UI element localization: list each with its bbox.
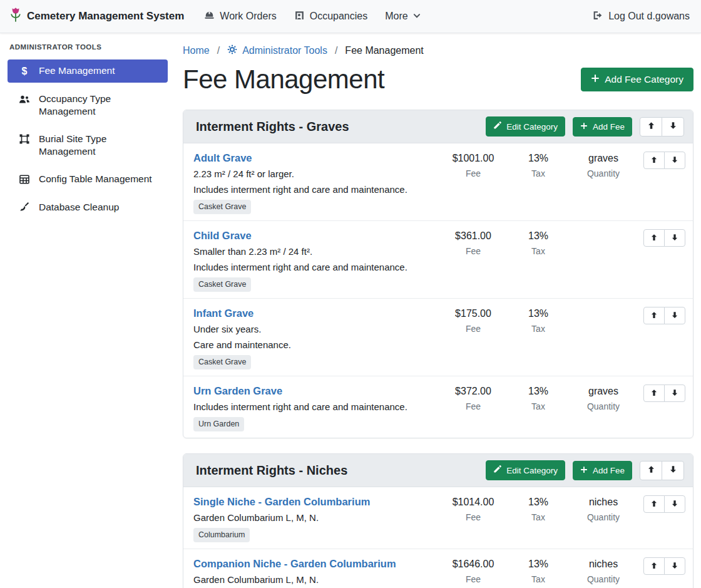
fee-name[interactable]: Infant Grave: [193, 307, 434, 319]
arrow-up-icon: [650, 500, 658, 509]
fee-quantity-col: [571, 229, 636, 233]
sidebar-item-occupancy-type-management[interactable]: Occupancy Type Management: [8, 88, 168, 123]
arrow-up-icon: [647, 121, 655, 132]
fee-amount-col: $175.00 Fee: [441, 307, 506, 334]
move-fee-down-button[interactable]: [664, 384, 685, 402]
nav-work-orders[interactable]: Work Orders: [195, 5, 285, 28]
fee-name[interactable]: Child Grave: [193, 229, 434, 242]
move-category-down-button[interactable]: [662, 117, 684, 137]
fee-tag: Urn Garden: [193, 417, 244, 431]
tax-value: 13%: [506, 496, 571, 508]
category-title: Interment Rights - Niches: [196, 463, 478, 478]
fee-main: Companion Niche - Garden Columbarium Gar…: [193, 557, 441, 588]
tax-label: Tax: [506, 323, 571, 334]
nav-occupancies-label: Occupancies: [310, 11, 368, 22]
app-brand-link[interactable]: Cemetery Management System: [10, 7, 184, 26]
sidebar-item-config-table-management[interactable]: Config Table Management: [8, 168, 168, 191]
sidebar-heading: ADMINISTRATOR TOOLS: [9, 43, 168, 51]
add-fee-button-label: Add Fee: [593, 122, 625, 132]
add-fee-button[interactable]: Add Fee: [573, 461, 632, 480]
fee-reorder-group: [643, 229, 685, 247]
move-category-down-button[interactable]: [662, 461, 684, 480]
breadcrumb-admin-tools-label: Administrator Tools: [242, 45, 327, 56]
category-title: Interment Rights - Graves: [196, 120, 478, 134]
move-fee-up-button[interactable]: [643, 495, 665, 513]
gear-icon: [227, 44, 237, 57]
breadcrumb-admin-tools-link[interactable]: Administrator Tools: [227, 44, 327, 57]
tax-value: 13%: [506, 230, 571, 242]
fee-amount-label: Fee: [441, 245, 506, 257]
fee-descriptions: Garden Columbarium L, M, N.: [193, 574, 434, 585]
fee-reorder-group: [643, 557, 685, 575]
arrow-down-icon: [671, 562, 678, 571]
fee-descriptions: Garden Columbarium L, M, N.: [193, 512, 434, 524]
fee-row: Child Grave Smaller than 2.23 m² / 24 ft…: [183, 221, 693, 299]
breadcrumb-home-link[interactable]: Home: [183, 45, 210, 56]
move-fee-up-button[interactable]: [643, 229, 665, 247]
quantity-label: Quantity: [571, 574, 636, 585]
fee-quantity-col: graves Quantity: [571, 384, 636, 412]
add-fee-button-label: Add Fee: [593, 466, 625, 475]
pencil-icon: [493, 465, 501, 475]
fee-main: Infant Grave Under six years.Care and ma…: [193, 307, 441, 369]
fee-description: Under six years.: [193, 323, 434, 335]
quantity-unit: niches: [571, 496, 636, 508]
sidebar-item-label: Occupancy Type Management: [39, 93, 163, 118]
category-body: Adult Grave 2.23 m² / 24 ft² or larger.I…: [183, 143, 693, 438]
fee-amount: $1014.00: [441, 496, 506, 508]
page-title: Fee Management: [183, 64, 384, 95]
fee-main: Child Grave Smaller than 2.23 m² / 24 ft…: [193, 229, 441, 292]
move-fee-down-button[interactable]: [664, 307, 685, 324]
move-fee-up-button[interactable]: [643, 384, 665, 402]
fee-amount-label: Fee: [441, 574, 506, 585]
vector-square-icon: [18, 133, 31, 146]
fee-description: Includes interment right and care and ma…: [193, 261, 434, 273]
breadcrumb-separator: /: [217, 45, 220, 56]
fee-category-card: Interment Rights - Niches Edit Category …: [183, 453, 693, 588]
tax-value: 13%: [506, 385, 571, 398]
fee-name[interactable]: Adult Grave: [193, 152, 434, 164]
fee-description: Care and maintenance.: [193, 339, 434, 351]
nav-more[interactable]: More: [376, 6, 429, 27]
logout-link[interactable]: Log Out d.gowans: [583, 5, 691, 28]
fee-tag: Casket Grave: [193, 277, 251, 292]
fee-tax-col: 13% Tax: [506, 229, 571, 257]
people-icon: [18, 93, 31, 106]
sidebar-item-database-cleanup[interactable]: Database Cleanup: [8, 196, 168, 219]
move-category-up-button[interactable]: [640, 117, 662, 137]
quantity-label: Quantity: [571, 512, 636, 523]
fee-name[interactable]: Companion Niche - Garden Columbarium: [193, 557, 434, 570]
arrow-up-icon: [647, 465, 655, 475]
tax-label: Tax: [506, 168, 571, 179]
arrow-up-icon: [650, 389, 658, 398]
move-fee-up-button[interactable]: [643, 307, 665, 324]
fee-row: Single Niche - Garden Columbarium Garden…: [183, 487, 693, 549]
fee-name[interactable]: Single Niche - Garden Columbarium: [193, 495, 434, 508]
quantity-label: Quantity: [571, 401, 636, 412]
fee-name[interactable]: Urn Garden Grave: [193, 384, 434, 397]
sidebar-item-burial-site-type-management[interactable]: Burial Site Type Management: [8, 128, 168, 163]
edit-category-button[interactable]: Edit Category: [486, 116, 565, 137]
breadcrumb: Home / Administrator Tools / Fee Managem…: [183, 41, 693, 58]
move-category-up-button[interactable]: [640, 461, 662, 480]
nav-occupancies[interactable]: Occupancies: [285, 5, 377, 28]
move-fee-down-button[interactable]: [664, 229, 685, 247]
move-fee-up-button[interactable]: [643, 152, 665, 169]
move-fee-down-button[interactable]: [664, 495, 685, 513]
fee-amount-label: Fee: [441, 168, 506, 179]
move-fee-down-button[interactable]: [664, 557, 685, 575]
arrow-down-icon: [671, 389, 678, 398]
tax-label: Tax: [506, 512, 571, 523]
add-fee-button[interactable]: Add Fee: [573, 117, 632, 137]
tulip-logo-icon: [10, 7, 21, 26]
quantity-label: Quantity: [571, 168, 636, 179]
plus-icon: [591, 74, 600, 85]
move-fee-down-button[interactable]: [664, 152, 685, 169]
fee-amount-label: Fee: [441, 512, 506, 523]
tax-label: Tax: [506, 574, 571, 585]
sidebar-item-fee-management[interactable]: $ Fee Management: [8, 59, 168, 83]
fee-description: 2.23 m² / 24 ft² or larger.: [193, 168, 434, 180]
move-fee-up-button[interactable]: [643, 557, 665, 575]
edit-category-button[interactable]: Edit Category: [486, 460, 565, 480]
add-fee-category-button[interactable]: Add Fee Category: [581, 68, 693, 91]
